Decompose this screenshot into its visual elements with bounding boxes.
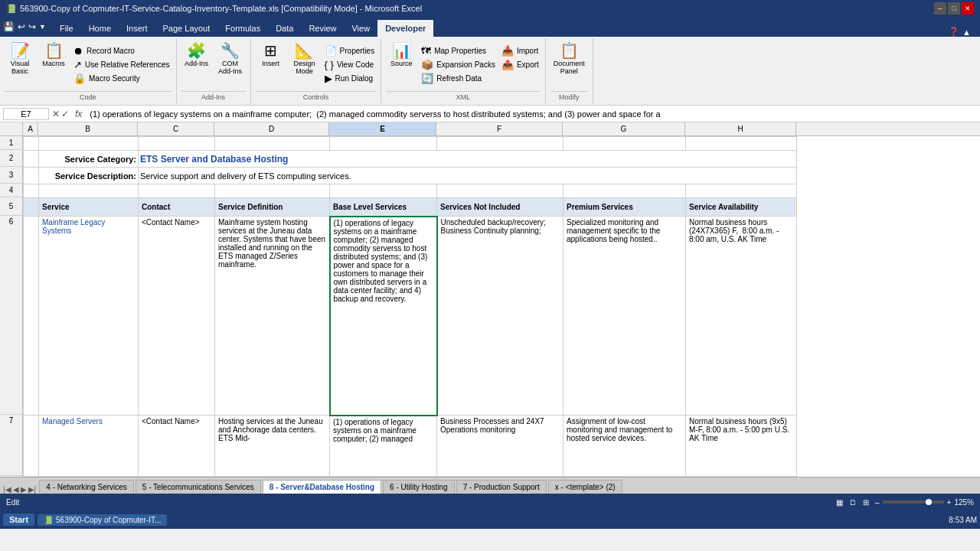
cell-h7[interactable]: Normal business hours (9x5) M-F, 8:00 a.… bbox=[686, 416, 797, 477]
sheet-tabs[interactable]: |◀ ◀ ▶ ▶| 4 - Networking Services 5 - Te… bbox=[0, 477, 980, 494]
add-ins-button[interactable]: 🧩 Add-Ins bbox=[181, 41, 212, 69]
cell-d6[interactable]: Mainframe system hosting services at the… bbox=[215, 217, 330, 416]
cell-b2[interactable]: Service Category: bbox=[39, 151, 139, 168]
cell-d1[interactable] bbox=[215, 137, 330, 151]
maximize-btn[interactable]: □ bbox=[948, 2, 960, 15]
cell-b3[interactable]: Service Description: bbox=[39, 168, 139, 184]
cell-e1[interactable] bbox=[330, 137, 437, 151]
col-header-d[interactable]: D bbox=[214, 122, 329, 135]
cell-g7[interactable]: Assignment of low-cost monitoring and ma… bbox=[564, 416, 686, 477]
cell-a4[interactable] bbox=[24, 184, 39, 198]
zoom-control[interactable]: – + 125% bbox=[875, 498, 974, 507]
cell-e4[interactable] bbox=[330, 184, 437, 198]
cell-c4[interactable] bbox=[139, 184, 215, 198]
col-header-f[interactable]: F bbox=[436, 122, 563, 135]
view-code-button[interactable]: { } View Code bbox=[323, 58, 377, 71]
redo-icon[interactable]: ↪ bbox=[28, 21, 36, 32]
cell-h6[interactable]: Normal business hours (24X7X365) F, 8:00… bbox=[686, 217, 797, 416]
first-sheet-btn[interactable]: |◀ bbox=[3, 485, 11, 494]
cell-f5[interactable]: Services Not Included bbox=[437, 198, 564, 217]
tab-home[interactable]: Home bbox=[81, 20, 119, 37]
cell-h1[interactable] bbox=[686, 137, 797, 151]
run-dialog-button[interactable]: ▶ Run Dialog bbox=[323, 72, 377, 85]
col-header-g[interactable]: G bbox=[563, 122, 685, 135]
view-page-layout-icon[interactable]: 🗋 bbox=[849, 498, 857, 507]
col-header-a[interactable]: A bbox=[23, 122, 38, 135]
tab-formulas[interactable]: Formulas bbox=[217, 20, 268, 37]
cell-c1[interactable] bbox=[139, 137, 215, 151]
cell-f6[interactable]: Unscheduled backup/recovery; Business Co… bbox=[437, 217, 564, 416]
view-page-break-icon[interactable]: ⊞ bbox=[863, 498, 869, 507]
cell-a6[interactable] bbox=[24, 217, 39, 416]
save-icon[interactable]: 💾 bbox=[3, 21, 15, 32]
cell-e5[interactable]: Base Level Services bbox=[330, 198, 437, 217]
cell-c6[interactable]: <Contact Name> bbox=[139, 217, 215, 416]
cell-b4[interactable] bbox=[39, 184, 139, 198]
col-header-b[interactable]: B bbox=[38, 122, 138, 135]
tab-review[interactable]: Review bbox=[301, 20, 344, 37]
cell-d4[interactable] bbox=[215, 184, 330, 198]
zoom-slider[interactable] bbox=[883, 500, 944, 504]
row-num-1[interactable]: 1 bbox=[0, 136, 22, 150]
last-sheet-btn[interactable]: ▶| bbox=[28, 485, 37, 494]
tab-page-layout[interactable]: Page Layout bbox=[155, 20, 218, 37]
cell-a2[interactable] bbox=[24, 151, 39, 168]
refresh-data-button[interactable]: 🔄 Refresh Data bbox=[420, 72, 497, 85]
cell-a1[interactable] bbox=[24, 137, 39, 151]
taskbar-excel-item[interactable]: 📗 563900-Copy of Copmuter-IT... bbox=[38, 514, 167, 526]
cell-g1[interactable] bbox=[564, 137, 686, 151]
row-num-6[interactable]: 6 bbox=[0, 216, 22, 415]
document-panel-button[interactable]: 📋 DocumentPanel bbox=[550, 41, 588, 77]
expansion-packs-button[interactable]: 📦 Expansion Packs bbox=[420, 58, 497, 71]
cell-a3[interactable] bbox=[24, 168, 39, 184]
cell-f7[interactable]: Business Processes and 24X7 Operations m… bbox=[437, 416, 564, 477]
cell-a7[interactable] bbox=[24, 416, 39, 477]
sheet-tab-production[interactable]: 7 - Production Support bbox=[456, 480, 547, 494]
macros-button[interactable]: 📋 Macros bbox=[38, 41, 69, 77]
view-normal-icon[interactable]: ▦ bbox=[836, 498, 843, 507]
properties-button[interactable]: 📄 Properties bbox=[323, 44, 377, 57]
cell-e7[interactable]: (1) operations of legacy systems on a ma… bbox=[330, 416, 437, 477]
tab-insert[interactable]: Insert bbox=[119, 20, 155, 37]
col-header-e[interactable]: E bbox=[329, 122, 436, 135]
cell-f1[interactable] bbox=[437, 137, 564, 151]
import-button[interactable]: 📥 Import bbox=[500, 44, 541, 57]
sheet-tab-navigation[interactable]: |◀ ◀ ▶ ▶| bbox=[3, 485, 36, 494]
start-button[interactable]: Start bbox=[3, 514, 34, 526]
cell-d7[interactable]: Hosting services at the Juneau and Ancho… bbox=[215, 416, 330, 477]
sheet-tab-server-db[interactable]: 8 - Server&Database Hosting bbox=[263, 480, 381, 494]
cell-d5[interactable]: Service Definition bbox=[215, 198, 330, 217]
cell-c2[interactable]: ETS Server and Database Hosting bbox=[139, 151, 797, 168]
row-num-5[interactable]: 5 bbox=[0, 197, 22, 216]
row-num-3[interactable]: 3 bbox=[0, 167, 22, 184]
macro-security-button[interactable]: 🔒 Macro Security bbox=[72, 72, 172, 85]
use-relative-references-button[interactable]: ↗ Use Relative References bbox=[72, 58, 172, 71]
cell-e6-active[interactable]: (1) operations of legacy systems on a ma… bbox=[330, 217, 437, 416]
quick-access-toolbar[interactable]: 💾 ↩ ↪ ▼ bbox=[0, 17, 49, 37]
record-macro-button[interactable]: ⏺ Record Macro bbox=[72, 44, 172, 57]
tab-data[interactable]: Data bbox=[268, 20, 301, 37]
cell-a5[interactable] bbox=[24, 198, 39, 217]
ribbon-collapse-icon[interactable]: ▲ bbox=[962, 28, 971, 37]
close-btn[interactable]: ✕ bbox=[962, 2, 974, 15]
confirm-formula-icon[interactable]: ✓ bbox=[61, 109, 69, 119]
tab-developer[interactable]: Developer bbox=[377, 20, 433, 37]
tab-file[interactable]: File bbox=[52, 20, 81, 37]
row-num-7[interactable]: 7 bbox=[0, 415, 22, 476]
help-icon[interactable]: ❓ bbox=[949, 27, 959, 37]
cell-g4[interactable] bbox=[564, 184, 686, 198]
ribbon-tabs[interactable]: File Home Insert Page Layout Formulas Da… bbox=[49, 17, 980, 37]
zoom-out-icon[interactable]: – bbox=[875, 498, 880, 507]
row-num-2[interactable]: 2 bbox=[0, 150, 22, 167]
cell-c7[interactable]: <Contact Name> bbox=[139, 416, 215, 477]
col-header-h[interactable]: H bbox=[685, 122, 796, 135]
cancel-formula-icon[interactable]: ✕ bbox=[52, 109, 60, 119]
map-properties-button[interactable]: 🗺 Map Properties bbox=[420, 44, 497, 57]
cell-b5[interactable]: Service bbox=[39, 198, 139, 217]
sheet-tab-template[interactable]: x - <template> (2) bbox=[548, 480, 622, 494]
insert-control-button[interactable]: ⊞ Insert bbox=[256, 41, 286, 77]
next-sheet-btn[interactable]: ▶ bbox=[21, 485, 27, 494]
tab-view[interactable]: View bbox=[344, 20, 377, 37]
cell-reference-box[interactable] bbox=[3, 108, 49, 120]
window-controls[interactable]: – □ ✕ bbox=[934, 2, 974, 15]
